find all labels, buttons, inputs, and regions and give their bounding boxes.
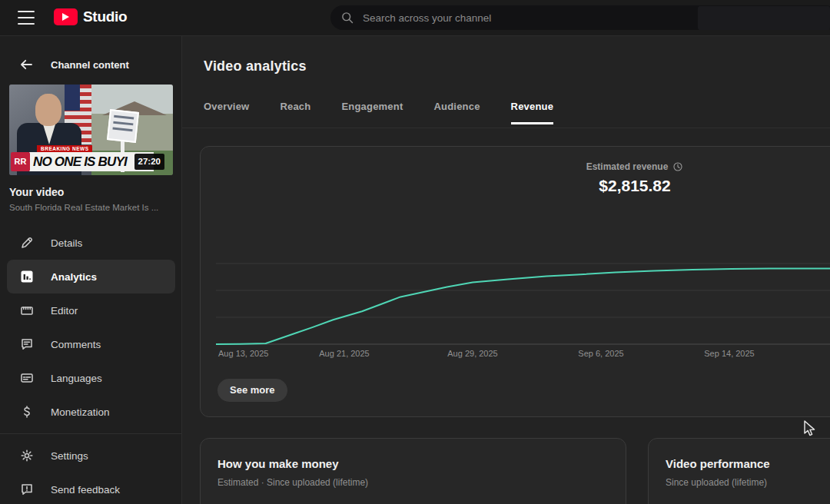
x-tick-label: Aug 13, 2025 (218, 349, 268, 358)
sidebar-item-label: Send feedback (51, 484, 120, 496)
gear-icon (19, 448, 35, 463)
youtube-studio-window: Studio Channel content BREAKING NEWS NO … (0, 0, 830, 504)
sidebar-menu: DetailsAnalyticsEditorCommentsLanguagesM… (0, 226, 182, 504)
sidebar-item-label: Languages (51, 373, 102, 384)
search-icon (340, 11, 354, 25)
video-title: South Florida Real Estate Market Is ... (9, 203, 171, 212)
video-thumbnail[interactable]: BREAKING NEWS NO ONE IS BUYI RR 27:20 (9, 85, 173, 175)
your-video-label: Your video (9, 186, 64, 198)
x-tick-label: Aug 29, 2025 (447, 349, 497, 358)
topbar: Studio (0, 0, 830, 36)
x-tick-label: Sep 14, 2025 (704, 349, 754, 358)
see-more-button[interactable]: See more (217, 379, 287, 402)
tab-overview[interactable]: Overview (204, 101, 249, 124)
sidebar-divider (0, 433, 182, 434)
sidebar-item-monetization[interactable]: Monetization (0, 395, 182, 429)
x-axis-ticks: Aug 13, 2025Aug 21, 2025Aug 29, 2025Sep … (216, 349, 830, 361)
tabs-divider (182, 128, 830, 128)
studio-logo-text: Studio (83, 8, 127, 25)
metric-label: Estimated revenue (586, 161, 669, 172)
sidebar-item-settings[interactable]: Settings (0, 439, 182, 472)
sidebar-item-languages[interactable]: Languages (0, 361, 182, 395)
languages-icon (19, 370, 35, 386)
back-arrow-icon (18, 57, 34, 72)
sidebar-item-analytics[interactable]: Analytics (7, 260, 175, 293)
feedback-icon (19, 482, 35, 497)
card-subtitle: Since uploaded (lifetime) (666, 477, 767, 488)
youtube-play-icon (54, 8, 78, 25)
sidebar: Channel content BREAKING NEWS NO ONE IS … (0, 36, 182, 504)
card-how-you-make-money: How you make moneyEstimated · Since uplo… (200, 438, 626, 504)
x-tick-label: Sep 6, 2025 (578, 349, 623, 358)
back-label: Channel content (51, 59, 129, 71)
analytics-tabs: OverviewReachEngagementAudienceRevenue (204, 101, 553, 124)
estimated-revenue-metric: Estimated revenue $2,815.82 (531, 159, 739, 195)
dollar-icon (19, 404, 35, 419)
mouse-cursor (804, 420, 819, 437)
tab-revenue[interactable]: Revenue (511, 101, 554, 124)
x-tick-label: Aug 21, 2025 (319, 349, 369, 358)
sidebar-item-label: Monetization (51, 406, 110, 418)
comments-icon (19, 337, 35, 352)
sidebar-item-label: Settings (51, 450, 88, 462)
sidebar-item-details[interactable]: Details (0, 226, 182, 260)
tab-reach[interactable]: Reach (280, 101, 310, 124)
sidebar-item-label: Editor (51, 305, 78, 317)
search-input[interactable] (363, 12, 732, 24)
sidebar-item-editor[interactable]: Editor (0, 293, 182, 327)
page-title: Video analytics (204, 58, 307, 75)
sidebar-item-label: Comments (51, 339, 101, 350)
sidebar-item-send-feedback[interactable]: Send feedback (0, 472, 182, 504)
sidebar-item-label: Analytics (51, 271, 97, 283)
thumbnail-channel-logo: RR (11, 152, 30, 171)
editor-icon (19, 303, 35, 318)
sidebar-item-label: Details (51, 237, 82, 249)
pencil-icon (19, 235, 35, 250)
metric-value: $2,815.82 (531, 177, 739, 195)
analytics-icon (19, 269, 35, 284)
studio-logo[interactable]: Studio (54, 8, 127, 25)
card-title: Video performance (666, 457, 770, 470)
back-to-channel-content[interactable]: Channel content (0, 52, 182, 77)
lifetime-clock-icon (672, 161, 683, 172)
sidebar-item-comments[interactable]: Comments (0, 327, 182, 361)
revenue-chart-card: Estimated revenue $2,815.82 Aug 13, 2025… (200, 146, 830, 417)
tab-engagement[interactable]: Engagement (341, 101, 403, 124)
card-subtitle: Estimated · Since uploaded (lifetime) (217, 477, 368, 488)
topbar-right-blur (698, 6, 830, 30)
tab-audience[interactable]: Audience (433, 101, 480, 124)
hamburger-menu-icon[interactable] (18, 11, 36, 25)
revenue-line-chart[interactable] (216, 258, 830, 347)
card-title: How you make money (217, 457, 339, 470)
video-duration-badge: 27:20 (134, 154, 164, 170)
card-video-performance: Video performanceSince uploaded (lifetim… (648, 438, 830, 504)
